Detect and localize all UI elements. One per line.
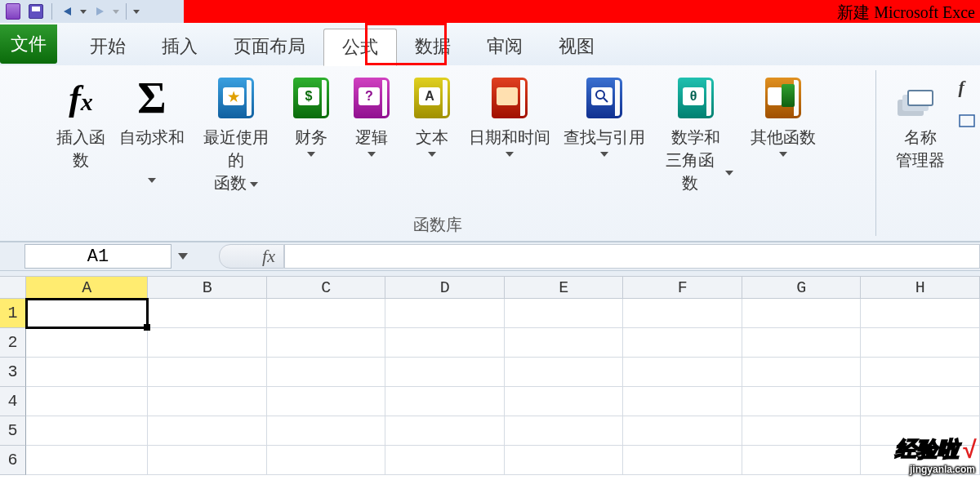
more-label: 其他函数 <box>751 126 816 149</box>
cell[interactable] <box>385 387 505 416</box>
save-icon[interactable] <box>26 2 46 20</box>
cell[interactable] <box>505 387 624 416</box>
col-header-A[interactable]: A <box>26 276 149 299</box>
fx-small-icon[interactable]: f <box>959 77 975 98</box>
tab-home[interactable]: 开始 <box>72 28 144 65</box>
cell[interactable] <box>26 446 149 475</box>
cell[interactable] <box>505 446 624 475</box>
autosum-button[interactable]: Σ 自动求和 <box>113 65 191 212</box>
cell[interactable] <box>861 328 980 358</box>
tab-review[interactable]: 审阅 <box>469 28 541 65</box>
logical-button[interactable]: ? 逻辑 <box>341 65 402 212</box>
cell[interactable] <box>26 358 149 387</box>
datetime-button[interactable]: 日期和时间 <box>462 65 557 212</box>
row-header[interactable]: 2 <box>0 328 26 358</box>
col-header-C[interactable]: C <box>267 276 386 299</box>
title-bar: 新建 Microsoft Exce <box>0 0 980 23</box>
row-header[interactable]: 3 <box>0 358 26 387</box>
cell[interactable] <box>26 416 149 446</box>
cell[interactable] <box>505 358 624 387</box>
more-functions-button[interactable]: 其他函数 <box>740 65 826 212</box>
cell[interactable] <box>861 358 980 387</box>
undo-icon[interactable] <box>58 4 76 19</box>
cell[interactable] <box>623 446 742 475</box>
tab-view[interactable]: 视图 <box>541 28 612 65</box>
worksheet-grid[interactable]: A B C D E F G H 123456 <box>0 276 980 475</box>
formula-bar-buttons[interactable]: fx <box>219 244 284 269</box>
fx-icon: fx <box>69 78 93 119</box>
financial-button[interactable]: $ 财务 <box>281 65 341 212</box>
cell[interactable] <box>385 328 505 358</box>
cell[interactable] <box>267 358 386 387</box>
app-icon[interactable] <box>3 2 23 20</box>
row-header[interactable]: 1 <box>0 299 26 328</box>
qat-customize-icon[interactable] <box>132 4 140 19</box>
redo-icon[interactable] <box>91 4 109 19</box>
math-trig-button[interactable]: θ 数学和三角函数 <box>652 65 740 212</box>
cell[interactable] <box>623 358 742 387</box>
small-icon-2[interactable] <box>959 114 975 130</box>
col-header-E[interactable]: E <box>505 276 624 299</box>
cell[interactable] <box>861 387 980 416</box>
cell[interactable] <box>148 358 267 387</box>
cell[interactable] <box>148 416 267 446</box>
cell[interactable] <box>26 387 149 416</box>
cell[interactable] <box>26 328 149 358</box>
text-button[interactable]: A 文本 <box>402 65 462 212</box>
cell[interactable] <box>742 299 862 328</box>
recent-functions-button[interactable]: ★ 最近使用的函数 <box>191 65 281 212</box>
cell[interactable] <box>148 299 267 328</box>
select-all-corner[interactable] <box>0 276 26 299</box>
cell[interactable] <box>267 299 386 328</box>
name-box-dropdown[interactable] <box>172 244 194 269</box>
formula-bar-input[interactable] <box>284 244 980 269</box>
cell[interactable] <box>505 416 624 446</box>
cell[interactable] <box>742 416 862 446</box>
cell[interactable] <box>148 446 267 475</box>
cell[interactable] <box>385 299 505 328</box>
undo-dropdown-icon[interactable] <box>79 4 87 19</box>
cell[interactable] <box>26 299 149 328</box>
tab-insert[interactable]: 插入 <box>144 28 216 65</box>
cell[interactable] <box>623 416 742 446</box>
col-header-F[interactable]: F <box>623 276 742 299</box>
row-header[interactable]: 4 <box>0 387 26 416</box>
col-header-G[interactable]: G <box>742 276 862 299</box>
tab-pagelayout[interactable]: 页面布局 <box>216 28 323 65</box>
cell[interactable] <box>742 328 862 358</box>
name-manager-button[interactable]: 名称管理器 <box>882 65 959 212</box>
redo-dropdown-icon[interactable] <box>112 4 120 19</box>
tab-data[interactable]: 数据 <box>397 28 469 65</box>
tab-file[interactable]: 文件 <box>0 24 57 64</box>
cell[interactable] <box>861 299 980 328</box>
cell[interactable] <box>267 416 386 446</box>
col-header-H[interactable]: H <box>861 276 980 299</box>
cell[interactable] <box>148 328 267 358</box>
cell[interactable] <box>385 416 505 446</box>
name-box[interactable]: A1 <box>24 244 172 269</box>
dropdown-icon <box>368 152 376 157</box>
qat-separator <box>51 3 52 20</box>
row-header[interactable]: 6 <box>0 446 26 475</box>
insert-function-button[interactable]: fx 插入函数 <box>49 65 113 212</box>
cell[interactable] <box>267 387 386 416</box>
cell[interactable] <box>148 387 267 416</box>
cell[interactable] <box>505 299 624 328</box>
cell[interactable] <box>623 387 742 416</box>
col-header-D[interactable]: D <box>385 276 505 299</box>
math-label-2: 三角函数 <box>658 149 722 194</box>
cell[interactable] <box>623 328 742 358</box>
cell[interactable] <box>742 387 862 416</box>
row-header[interactable]: 5 <box>0 416 26 446</box>
cell[interactable] <box>267 446 386 475</box>
cell[interactable] <box>505 328 624 358</box>
lookup-button[interactable]: 查找与引用 <box>557 65 652 212</box>
cell[interactable] <box>742 358 862 387</box>
cell[interactable] <box>742 446 862 475</box>
col-header-B[interactable]: B <box>148 276 267 299</box>
cell[interactable] <box>385 358 505 387</box>
cell[interactable] <box>267 328 386 358</box>
tab-formulas[interactable]: 公式 <box>323 29 397 66</box>
cell[interactable] <box>623 299 742 328</box>
cell[interactable] <box>385 446 505 475</box>
